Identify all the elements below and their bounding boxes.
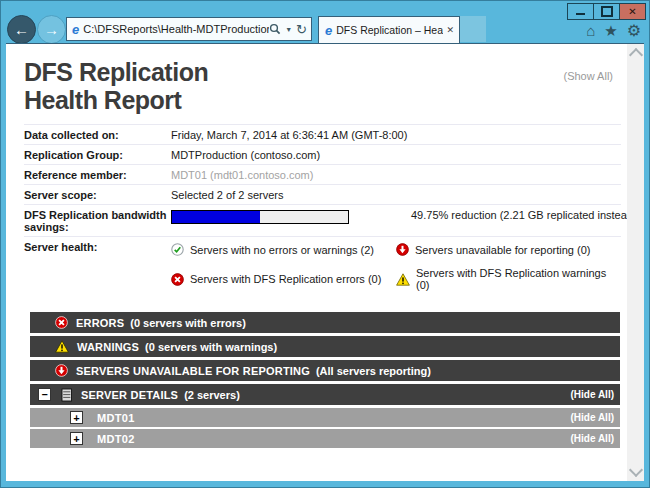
section-warnings[interactable]: WARNINGS (0 servers with warnings) — [30, 336, 620, 357]
maximize-icon — [601, 6, 613, 17]
info-row-server-health: Server health: Servers with no errors or… — [24, 236, 621, 300]
section-detail: (2 servers) — [184, 389, 240, 401]
info-label: Replication Group: — [24, 149, 171, 161]
info-row-data-collected: Data collected on: Friday, March 7, 2014… — [24, 124, 621, 144]
unavailable-icon — [55, 364, 68, 377]
minimize-icon — [576, 13, 585, 15]
ie-page-icon: e — [72, 22, 79, 37]
scroll-up-icon[interactable] — [629, 48, 643, 62]
health-item-warnings: Servers with DFS Replication warnings (0… — [396, 267, 621, 291]
server-icon — [61, 388, 73, 402]
browser-viewport: (Show All) DFS Replication Health Report… — [6, 43, 644, 481]
error-icon — [55, 316, 68, 329]
hide-all-link[interactable]: (Hide All) — [570, 433, 620, 444]
settings-gear-icon[interactable]: ⚙ — [627, 21, 641, 40]
info-value: MDTProduction (contoso.com) — [171, 149, 621, 161]
health-item-errors: Servers with DFS Replication errors (0) — [171, 267, 396, 291]
maximize-button[interactable] — [593, 4, 619, 19]
error-icon — [171, 273, 184, 286]
bandwidth-progress-fill — [172, 211, 260, 223]
section-title: WARNINGS — [77, 341, 139, 353]
scroll-down-icon[interactable] — [629, 463, 643, 477]
hide-all-link[interactable]: (Hide All) — [570, 412, 620, 423]
search-icon[interactable] — [269, 23, 281, 35]
address-url[interactable]: C:\DFSReports\Health-MDTProduction-07Ma — [83, 23, 269, 35]
collapse-toggle-icon[interactable]: − — [38, 388, 51, 401]
forward-button[interactable]: → — [37, 15, 66, 44]
new-tab-button[interactable] — [460, 16, 486, 42]
health-item-ok: Servers with no errors or warnings (2) — [171, 243, 396, 256]
ok-icon — [171, 243, 184, 256]
health-item-text: Servers with DFS Replication warnings (0… — [416, 267, 621, 291]
dfs-health-report: (Show All) DFS Replication Health Report… — [6, 44, 627, 481]
info-row-reference-member: Reference member: MDT01 (mdt01.contoso.c… — [24, 164, 621, 184]
section-detail: (All servers reporting) — [316, 365, 431, 377]
info-label: Server health: — [24, 241, 171, 297]
server-name: MDT01 — [97, 412, 135, 424]
tab-title: DFS Replication – Health Re... — [336, 24, 443, 36]
section-title: SERVERS UNAVAILABLE FOR REPORTING — [76, 365, 310, 377]
section-detail: (0 servers with warnings) — [145, 341, 277, 353]
health-item-text: Servers with DFS Replication errors (0) — [190, 273, 381, 285]
report-summary-table: Data collected on: Friday, March 7, 2014… — [24, 124, 621, 300]
info-label: DFS Replication bandwidth savings: — [24, 209, 171, 233]
hide-all-link[interactable]: (Hide All) — [570, 389, 620, 400]
page-title: DFS Replication Health Report — [24, 58, 627, 114]
section-detail: (0 servers with errors) — [130, 317, 246, 329]
browser-tab[interactable]: e DFS Replication – Health Re... ✕ — [318, 16, 460, 43]
address-dropdown-icon[interactable]: ▼ — [285, 26, 292, 33]
info-value: Friday, March 7, 2014 at 6:36:41 AM (GMT… — [171, 129, 621, 141]
health-item-text: Servers with no errors or warnings (2) — [190, 244, 374, 256]
health-item-text: Servers unavailable for reporting (0) — [415, 244, 590, 256]
section-server-details[interactable]: − SERVER DETAILS (2 servers) (Hide All) — [30, 384, 620, 405]
health-item-unavailable: Servers unavailable for reporting (0) — [396, 243, 621, 256]
info-row-replication-group: Replication Group: MDTProduction (contos… — [24, 144, 621, 164]
back-button[interactable]: ← — [7, 15, 36, 44]
forward-arrow-icon: → — [44, 21, 59, 38]
ie-tab-icon: e — [325, 23, 332, 38]
report-sections: ERRORS (0 servers with errors) WARNINGS … — [30, 312, 620, 448]
server-row-mdt02[interactable]: + MDT02 (Hide All) — [30, 429, 620, 448]
warning-icon — [55, 340, 69, 353]
info-label: Data collected on: — [24, 129, 171, 141]
server-row-mdt01[interactable]: + MDT01 (Hide All) — [30, 408, 620, 427]
info-label: Reference member: — [24, 169, 171, 181]
tab-close-icon[interactable]: ✕ — [446, 25, 454, 35]
info-value: Selected 2 of 2 servers — [171, 189, 621, 201]
info-label: Server scope: — [24, 189, 171, 201]
favorites-star-icon[interactable]: ★ — [604, 22, 617, 40]
unavailable-icon — [396, 243, 409, 256]
close-button[interactable]: ✕ — [619, 4, 645, 19]
info-row-server-scope: Server scope: Selected 2 of 2 servers — [24, 184, 621, 204]
info-row-bandwidth-savings: DFS Replication bandwidth savings: 49.75… — [24, 204, 621, 236]
refresh-icon[interactable]: ↻ — [296, 22, 307, 37]
expand-toggle-icon[interactable]: + — [70, 411, 83, 424]
section-errors[interactable]: ERRORS (0 servers with errors) — [30, 312, 620, 333]
home-icon[interactable]: ⌂ — [586, 22, 595, 39]
server-name: MDT02 — [97, 433, 135, 445]
show-all-link[interactable]: (Show All) — [563, 70, 613, 82]
expand-toggle-icon[interactable]: + — [70, 432, 83, 445]
section-title: SERVER DETAILS — [81, 389, 178, 401]
back-arrow-icon: ← — [14, 21, 29, 38]
bandwidth-summary: 49.75% reduction (2.21 GB replicated ins… — [411, 209, 644, 221]
info-value: MDT01 (mdt01.contoso.com) — [171, 169, 621, 181]
section-title: ERRORS — [76, 317, 124, 329]
vertical-scrollbar[interactable] — [627, 44, 644, 481]
bandwidth-progress-bar — [171, 210, 349, 224]
warning-icon — [396, 273, 410, 286]
address-bar[interactable]: e C:\DFSReports\Health-MDTProduction-07M… — [66, 17, 312, 41]
section-unavailable[interactable]: SERVERS UNAVAILABLE FOR REPORTING (All s… — [30, 360, 620, 381]
window-controls: ✕ — [567, 3, 646, 20]
minimize-button[interactable] — [568, 4, 593, 19]
